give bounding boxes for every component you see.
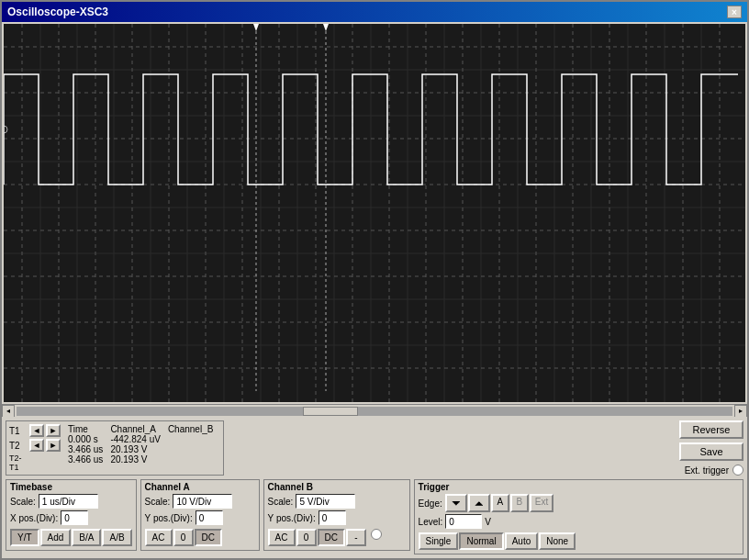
ext-trigger-row: Ext. trigger (685, 465, 743, 476)
trigger-section: Trigger Edge: ⏷ ⏶ A B Ext Level: V (414, 479, 743, 554)
cha-scale-row: Scale: (145, 494, 255, 509)
controls-area: T1 ◄ ► T2 ◄ ► T2-T1 (2, 417, 747, 558)
edge-rising-button[interactable]: ⏷ (445, 494, 467, 512)
cha-dc-button[interactable]: DC (195, 529, 222, 546)
cha-ypos-label: Y pos.(Div): (145, 513, 193, 523)
t2t1-label: T2-T1 (9, 454, 28, 472)
add-button[interactable]: Add (40, 529, 72, 546)
edge-a-button[interactable]: A (491, 494, 509, 512)
trigger-level-label: Level: (419, 517, 443, 527)
cursor-panel: T1 ◄ ► T2 ◄ ► T2-T1 (6, 420, 224, 476)
t2-right-button[interactable]: ► (46, 439, 61, 452)
grid-canvas (4, 24, 745, 402)
t1-time-value: 0.000 s (68, 434, 110, 444)
trigger-none-button[interactable]: None (539, 532, 576, 550)
t2t1-chb-value (168, 454, 220, 465)
trigger-edge-buttons: ⏷ ⏶ A B Ext (445, 494, 553, 512)
chb-coupling-buttons: AC 0 DC - (268, 529, 406, 546)
timebase-xpos-row: X pos.(Div): (10, 510, 132, 525)
ext-trigger-radio[interactable] (732, 465, 743, 476)
ba-button[interactable]: B/A (72, 529, 101, 546)
t1-chb-value (168, 434, 220, 444)
t1-label: T1 (9, 426, 28, 436)
timebase-xpos-input[interactable] (61, 510, 88, 525)
scrollbar-thumb[interactable] (303, 407, 358, 416)
channel-a-label: Channel A (145, 482, 255, 492)
trigger-auto-button[interactable]: Auto (505, 532, 539, 550)
t1-right-button[interactable]: ► (46, 424, 61, 437)
channel-b-label: Channel B (268, 482, 406, 492)
trigger-single-button[interactable]: Single (419, 532, 459, 550)
t2-time-value: 3.466 us (68, 444, 110, 454)
channel-b-section: Channel B Scale: Y pos.(Div): AC 0 DC - (263, 479, 410, 551)
measurements-table: Time Channel_A Channel_B 0.000 s -442.82… (68, 424, 220, 465)
chb-zero-button[interactable]: 0 (296, 529, 317, 546)
channel-a-section: Channel A Scale: Y pos.(Div): AC 0 DC (140, 479, 260, 551)
t1-cha-value: -442.824 uV (110, 434, 168, 444)
t2t1-cha-value: 20.193 V (110, 454, 168, 465)
chb-ypos-label: Y pos.(Div): (268, 513, 316, 523)
timebase-mode-buttons: Y/T Add B/A A/B (10, 529, 132, 546)
chb-dc-button[interactable]: DC (318, 529, 345, 546)
scroll-left-button[interactable]: ◂ (2, 405, 15, 418)
cha-ypos-input[interactable] (196, 510, 223, 525)
timebase-scale-input[interactable] (39, 494, 98, 509)
data-table: Time Channel_A Channel_B 0.000 s -442.82… (68, 424, 220, 465)
edge-b-button[interactable]: B (510, 494, 529, 512)
reverse-button[interactable]: Reverse (679, 420, 743, 439)
oscilloscope-window: Oscilloscope-XSC3 × (0, 0, 749, 560)
trigger-normal-button[interactable]: Normal (459, 532, 503, 550)
horizontal-scrollbar: ◂ ▸ (2, 404, 747, 417)
oscilloscope-screen (4, 24, 745, 402)
edge-falling-button[interactable]: ⏶ (468, 494, 490, 512)
chb-scale-input[interactable] (296, 494, 355, 509)
trigger-v-label: V (485, 517, 491, 527)
timebase-section: Timebase Scale: X pos.(Div): Y/T Add B/A… (6, 479, 137, 551)
t2-cha-value: 20.193 V (110, 444, 168, 454)
chb-ypos-input[interactable] (319, 510, 346, 525)
trigger-edge-label: Edge: (419, 498, 442, 509)
cursor-t2t1-row: T2-T1 (9, 454, 61, 472)
cursor-t1-row: T1 ◄ ► (9, 424, 61, 437)
cha-ypos-row: Y pos.(Div): (145, 510, 255, 525)
timebase-label: Timebase (10, 482, 132, 492)
scrollbar-track (17, 407, 732, 416)
t2-label: T2 (9, 441, 28, 451)
cha-coupling-buttons: AC 0 DC (145, 529, 255, 546)
timebase-xpos-label: X pos.(Div): (10, 513, 58, 523)
timebase-scale-label: Scale: (10, 497, 36, 507)
edge-ext-button[interactable]: Ext (530, 494, 553, 512)
cha-scale-input[interactable] (173, 494, 232, 509)
controls-row2: Timebase Scale: X pos.(Div): Y/T Add B/A… (6, 479, 743, 554)
t1-left-button[interactable]: ◄ (29, 424, 44, 437)
ab-button[interactable]: A/B (102, 529, 131, 546)
t2-chb-value (168, 444, 220, 454)
yt-button[interactable]: Y/T (10, 529, 39, 546)
chb-ac-button[interactable]: AC (268, 529, 296, 546)
close-button[interactable]: × (727, 6, 742, 18)
timebase-scale-row: Scale: (10, 494, 132, 509)
cha-ac-button[interactable]: AC (145, 529, 173, 546)
cursor-buttons: T1 ◄ ► T2 ◄ ► T2-T1 (9, 424, 61, 472)
trigger-level-row: Level: V (419, 514, 739, 529)
chb-radio[interactable] (371, 529, 382, 540)
ext-trigger-label: Ext. trigger (685, 465, 729, 476)
scroll-right-button[interactable]: ▸ (734, 405, 747, 418)
trigger-label: Trigger (419, 482, 739, 492)
chb-scale-row: Scale: (268, 494, 406, 509)
t2-left-button[interactable]: ◄ (29, 439, 44, 452)
col-time-header: Time (68, 424, 110, 434)
save-button[interactable]: Save (679, 442, 743, 461)
trigger-level-input[interactable] (445, 514, 482, 529)
trigger-edge-row: Edge: ⏷ ⏶ A B Ext (419, 494, 739, 512)
title-bar: Oscilloscope-XSC3 × (2, 2, 747, 22)
t2t1-time-value: 3.466 us (68, 454, 110, 465)
cha-scale-label: Scale: (145, 497, 171, 507)
col-cha-header: Channel_A (110, 424, 168, 434)
cha-zero-button[interactable]: 0 (173, 529, 194, 546)
trigger-mode-buttons: Single Normal Auto None (419, 532, 739, 550)
window-title: Oscilloscope-XSC3 (7, 6, 108, 18)
controls-row1: T1 ◄ ► T2 ◄ ► T2-T1 (6, 420, 743, 476)
chb-minus-button[interactable]: - (346, 529, 366, 546)
chb-scale-label: Scale: (268, 497, 294, 507)
